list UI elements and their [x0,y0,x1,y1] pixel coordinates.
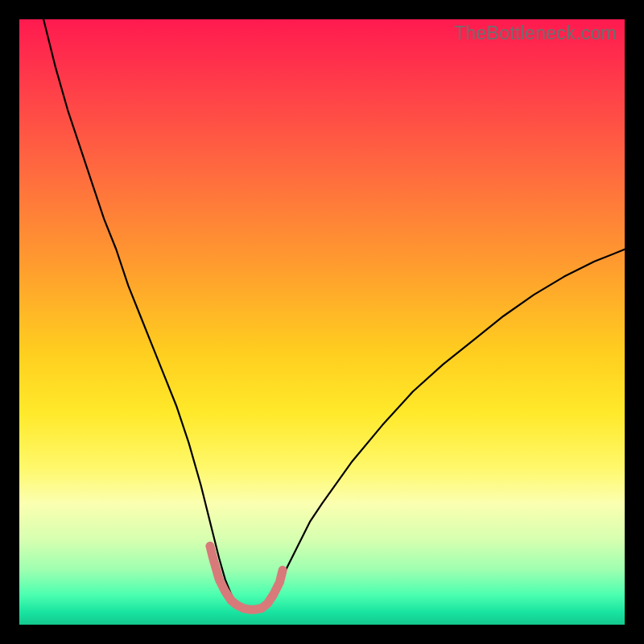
plot-area: TheBottleneck.com [19,19,625,625]
curve-layer [19,19,625,625]
bottleneck-curve [43,19,625,613]
chart-stage: TheBottleneck.com [0,0,644,644]
valley-highlight [210,546,283,609]
